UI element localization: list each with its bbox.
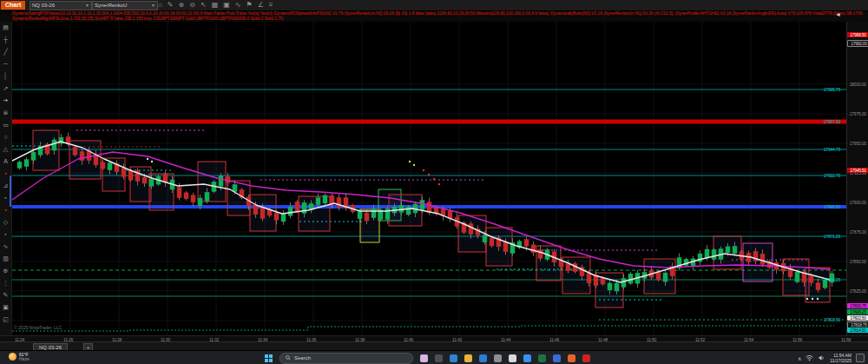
firefox-icon[interactable]	[553, 354, 561, 362]
fibonacci-tool-icon[interactable]: ≣	[0, 107, 11, 119]
path-tool-icon[interactable]: ∿	[0, 241, 11, 253]
speaker-icon[interactable]	[818, 354, 825, 361]
price-marker-badge: 17826.25	[847, 309, 868, 314]
region-tool-icon[interactable]: ▥	[0, 253, 11, 265]
taskbar-search-box[interactable]: Search	[279, 353, 413, 364]
candle	[226, 176, 230, 182]
task-view-icon[interactable]	[435, 354, 443, 362]
edge-icon[interactable]	[479, 354, 487, 362]
indicator-icon[interactable]: ∿	[235, 0, 241, 10]
price-axis-tick: - 17825.00	[847, 288, 868, 294]
candle	[17, 162, 22, 169]
price-level-label: 17922.75	[793, 173, 840, 178]
measure-icon[interactable]: ∠	[258, 0, 264, 10]
chrome-icon[interactable]	[523, 354, 531, 362]
triangle-tool-icon[interactable]: △	[0, 143, 11, 156]
candle	[316, 198, 320, 205]
marker-green2-icon[interactable]: ▪	[0, 228, 11, 241]
grid-icon[interactable]: ▦	[212, 0, 219, 10]
copilot-icon[interactable]	[420, 354, 428, 362]
candle	[726, 247, 730, 253]
candle	[816, 283, 820, 290]
ellipse-tool-icon[interactable]: ○	[0, 131, 11, 143]
drawing-tools-strip: ▤┼╱─│↗➔≣▭○△A▪⊿▪▪◇▪∿▥⊕⋮✎▣◱	[0, 22, 12, 335]
candle	[260, 208, 265, 218]
zoom-in-icon[interactable]: ⊕	[179, 0, 185, 10]
instrument-dropdown-value: NQ 03-26	[32, 2, 55, 10]
brave-icon[interactable]	[568, 354, 575, 362]
folder-icon[interactable]	[464, 354, 472, 362]
pointer-tool-icon[interactable]: ▤	[0, 22, 11, 34]
rectangle-tool-icon[interactable]: ▭	[0, 119, 11, 131]
crosshair-tool-icon[interactable]: ┼	[0, 34, 11, 46]
price-marker-badge: 17945.50	[847, 168, 868, 173]
weather-haze-icon	[9, 353, 16, 361]
anchor-tool-icon[interactable]: ⊕	[0, 265, 11, 277]
template-dropdown[interactable]: SynerRenkoU ▼	[92, 1, 158, 10]
price-level-label: 17895.50	[793, 204, 840, 209]
terminal-icon[interactable]	[509, 354, 516, 362]
candle	[663, 273, 667, 281]
stamp-tool-icon[interactable]: ▣	[0, 301, 11, 314]
candle	[31, 152, 36, 160]
price-axis[interactable]: - 18000.00- 17975.00- 17950.00- 17925.00…	[846, 22, 868, 335]
candle	[122, 168, 126, 176]
tray-chevron-up-icon[interactable]: ∧	[798, 355, 801, 361]
candle	[295, 202, 299, 211]
trend-line-tool-icon[interactable]: ╱	[0, 46, 11, 58]
price-marker-badge: 17996.50	[847, 32, 868, 37]
candle	[712, 249, 716, 259]
candle	[503, 242, 508, 252]
price-level-label: 17834.25	[793, 277, 840, 282]
vertical-line-tool-icon[interactable]: │	[0, 70, 11, 83]
candlestick-chart	[12, 22, 846, 335]
chart-panel[interactable]: © 2025 NinjaTrader, LLC ◄ 17995.7517967.…	[12, 22, 846, 335]
file-explorer-icon[interactable]	[450, 354, 457, 362]
candle	[288, 207, 293, 215]
cursor-icon[interactable]: ↖	[201, 0, 207, 10]
candle	[191, 195, 195, 202]
candle	[274, 213, 279, 220]
home-icon[interactable]: ⌂	[158, 0, 162, 10]
desktop: Chart NQ 03-26 ▼ SynerRenkoU ▼ ⌂✎⊕⊖↖▦▣∿⚑…	[0, 0, 868, 364]
eraser-tool-icon[interactable]: ◱	[0, 314, 11, 326]
zoom-out-icon[interactable]: ⊖	[189, 0, 195, 10]
taskbar-clock[interactable]: 11:54 AM 11/17/2025	[830, 353, 852, 363]
dots-tool-icon[interactable]: ⋮	[0, 277, 11, 289]
snapshot-icon[interactable]: ▣	[223, 0, 230, 10]
instrument-dropdown[interactable]: NQ 03-26 ▼	[30, 1, 92, 10]
candle	[80, 152, 84, 161]
price-axis-tick: - 17950.00	[847, 141, 868, 146]
ninjatrader-icon[interactable]	[582, 354, 590, 362]
pencil-draw-icon[interactable]: ✎	[168, 0, 174, 10]
notification-button[interactable]	[856, 354, 865, 362]
brush-tool-icon[interactable]: ✎	[0, 289, 11, 301]
price-marker-badge: 17830.75	[847, 303, 868, 308]
taskbar-app-icons	[420, 354, 590, 362]
indicator-parameters-text: DynamicSwingPOFValue(10,10.02,10,1,10.1,…	[12, 10, 863, 21]
wifi-icon[interactable]	[806, 354, 813, 361]
toolbar-icon-row: ⌂✎⊕⊖↖▦▣∿⚑∠≡	[158, 0, 273, 10]
weather-widget[interactable]: 61°F Haze	[9, 352, 30, 361]
text-tool-icon[interactable]: A	[0, 156, 11, 168]
candle	[733, 247, 737, 254]
candle	[184, 193, 188, 199]
start-button[interactable]	[265, 354, 273, 362]
ray-tool-icon[interactable]: ↗	[0, 83, 11, 95]
diamond-tool-icon[interactable]: ◇	[0, 216, 11, 228]
candle	[628, 274, 633, 283]
properties-list-icon[interactable]: ≡	[269, 0, 273, 10]
candle	[760, 254, 765, 264]
settings-icon[interactable]	[494, 354, 502, 362]
candle	[52, 140, 56, 150]
excel-icon[interactable]	[538, 354, 546, 362]
horizontal-line-tool-icon[interactable]: ─	[0, 58, 11, 70]
template-dropdown-value: SynerRenkoU	[95, 2, 127, 10]
collapse-arrow-icon[interactable]: ◄	[835, 11, 841, 17]
tool-strip-scrollbar[interactable]	[10, 175, 11, 207]
chart-window-tab[interactable]: Chart	[1, 1, 25, 10]
alert-flag-icon[interactable]: ⚑	[246, 0, 252, 10]
candle	[469, 224, 473, 235]
price-level-label: 17967.00	[793, 119, 840, 124]
arrow-tool-icon[interactable]: ➔	[0, 95, 11, 107]
